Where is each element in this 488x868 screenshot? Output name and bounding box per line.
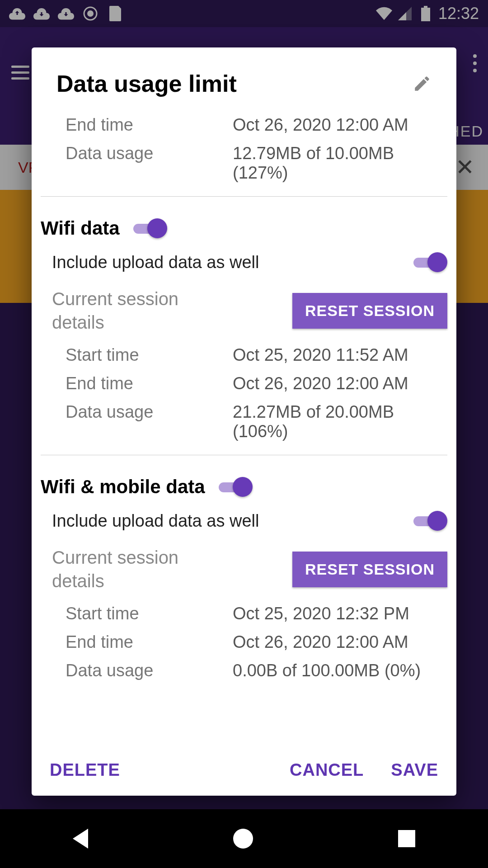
wifi-include-upload-label: Include upload data as well bbox=[52, 253, 259, 272]
wifi-reset-session-button[interactable]: RESET SESSION bbox=[292, 293, 447, 329]
combo-start-time-row: Start time Oct 25, 2020 12:32 PM bbox=[52, 599, 447, 628]
cancel-button[interactable]: CANCEL bbox=[290, 760, 364, 780]
wifi-mobile-heading: Wifi & mobile data bbox=[41, 464, 447, 503]
value-data-usage: 0.00B of 100.00MB (0%) bbox=[233, 661, 434, 680]
wifi-data-toggle[interactable] bbox=[133, 217, 167, 240]
wifi-data-title: Wifi data bbox=[41, 217, 120, 239]
save-button[interactable]: SAVE bbox=[391, 760, 438, 780]
label-end-time: End time bbox=[66, 115, 224, 135]
value-start-time: Oct 25, 2020 12:32 PM bbox=[233, 604, 434, 623]
combo-session-row: Current session details RESET SESSION bbox=[52, 539, 447, 599]
footer-right: CANCEL SAVE bbox=[290, 760, 438, 780]
navigation-bar bbox=[0, 809, 488, 868]
combo-end-time-row: End time Oct 26, 2020 12:00 AM bbox=[52, 628, 447, 656]
label-start-time: Start time bbox=[66, 345, 224, 365]
combo-data-usage-row: Data usage 0.00B of 100.00MB (0%) bbox=[52, 656, 447, 685]
delete-button[interactable]: DELETE bbox=[50, 760, 120, 780]
wifi-mobile-title: Wifi & mobile data bbox=[41, 476, 205, 498]
combo-include-upload-label: Include upload data as well bbox=[52, 511, 259, 531]
nav-back-icon[interactable] bbox=[73, 829, 88, 849]
wifi-start-time-row: Start time Oct 25, 2020 11:52 AM bbox=[52, 341, 447, 369]
value-end-time: Oct 26, 2020 12:00 AM bbox=[233, 374, 434, 393]
data-usage-limit-dialog: Data usage limit End time Oct 26, 2020 1… bbox=[32, 47, 456, 796]
dialog-footer: DELETE CANCEL SAVE bbox=[32, 749, 456, 796]
wifi-mobile-toggle[interactable] bbox=[219, 476, 253, 498]
wifi-include-upload-row: Include upload data as well bbox=[52, 244, 447, 280]
combo-reset-session-button[interactable]: RESET SESSION bbox=[292, 552, 447, 587]
wifi-session-label: Current session details bbox=[52, 287, 215, 334]
value-start-time: Oct 25, 2020 11:52 AM bbox=[233, 345, 434, 365]
dialog-header: Data usage limit bbox=[32, 47, 456, 111]
label-data-usage: Data usage bbox=[66, 144, 224, 163]
label-data-usage: Data usage bbox=[66, 402, 224, 422]
dialog-body: End time Oct 26, 2020 12:00 AM Data usag… bbox=[32, 111, 456, 749]
top-end-time-row: End time Oct 26, 2020 12:00 AM bbox=[52, 111, 447, 139]
nav-home-icon[interactable] bbox=[233, 829, 253, 849]
value-data-usage: 21.27MB of 20.00MB (106%) bbox=[233, 402, 434, 441]
wifi-data-heading: Wifi data bbox=[41, 206, 447, 244]
wifi-session-row: Current session details RESET SESSION bbox=[52, 280, 447, 341]
nav-recent-icon[interactable] bbox=[398, 830, 415, 847]
divider bbox=[41, 455, 447, 455]
top-data-usage-row: Data usage 12.79MB of 10.00MB (127%) bbox=[52, 139, 447, 187]
wifi-end-time-row: End time Oct 26, 2020 12:00 AM bbox=[52, 369, 447, 398]
divider bbox=[41, 196, 447, 197]
label-end-time: End time bbox=[66, 374, 224, 393]
value-end-time: Oct 26, 2020 12:00 AM bbox=[233, 115, 434, 135]
combo-include-upload-toggle[interactable] bbox=[413, 509, 447, 532]
label-data-usage: Data usage bbox=[66, 661, 224, 680]
wifi-data-usage-row: Data usage 21.27MB of 20.00MB (106%) bbox=[52, 398, 447, 446]
dialog-title: Data usage limit bbox=[56, 70, 237, 97]
combo-session-label: Current session details bbox=[52, 546, 215, 593]
value-end-time: Oct 26, 2020 12:00 AM bbox=[233, 632, 434, 652]
edit-icon[interactable] bbox=[413, 74, 432, 93]
label-end-time: End time bbox=[66, 632, 224, 652]
wifi-include-upload-toggle[interactable] bbox=[413, 251, 447, 274]
combo-include-upload-row: Include upload data as well bbox=[52, 503, 447, 539]
label-start-time: Start time bbox=[66, 604, 224, 623]
value-data-usage: 12.79MB of 10.00MB (127%) bbox=[233, 144, 434, 183]
